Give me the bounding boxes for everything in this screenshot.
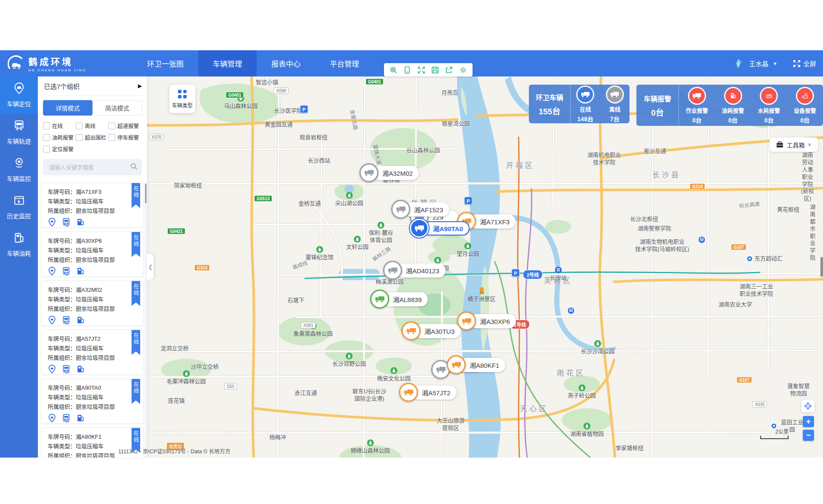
water-alarm-icon: [760, 87, 778, 105]
card-field: 车牌号码：湘A90TA0: [48, 383, 143, 393]
checkbox[interactable]: [43, 134, 50, 141]
zoom-in-button[interactable]: +: [803, 416, 814, 427]
toolbox-button[interactable]: 工具箱 ∨: [770, 137, 818, 152]
status-filters: 在线离线超速报警油耗报警超出围栏停车报警定位报警: [38, 119, 147, 156]
vehicle-card[interactable]: 车牌号码：湘A90TA0车辆类型：垃圾压缩车所属组织：厨余垃圾项目部在线: [41, 379, 144, 424]
panel-scrollbar[interactable]: [145, 183, 147, 458]
filter-超速报警[interactable]: 超速报警: [108, 120, 141, 131]
track-icon[interactable]: [62, 316, 71, 326]
sidebar-item-车辆监控[interactable]: 车辆监控: [0, 151, 38, 189]
vehicle-card[interactable]: 车牌号码：湘A71XF3车辆类型：垃圾压缩车所属组织：厨余垃圾项目部在线: [41, 183, 144, 228]
filter-停车报警[interactable]: 停车报警: [108, 131, 141, 143]
tab-简洁模式[interactable]: 简洁模式: [92, 100, 142, 116]
chevron-down-icon[interactable]: ▼: [773, 61, 777, 66]
alarm-设备报警: 设备报警0台: [787, 85, 823, 126]
sidebar-item-label: 车辆油耗: [7, 249, 31, 257]
track-icon[interactable]: [62, 218, 71, 228]
search-icon[interactable]: [130, 163, 138, 172]
track-icon[interactable]: [62, 267, 71, 277]
fuel-icon[interactable]: [76, 267, 85, 277]
checkbox[interactable]: [43, 122, 50, 129]
checkbox[interactable]: [43, 146, 50, 153]
status-badge: 在线: [132, 379, 140, 404]
checkbox[interactable]: [108, 122, 115, 129]
filter-label: 停车报警: [117, 133, 139, 141]
panel-scrollbar-thumb[interactable]: [145, 183, 147, 203]
settings-icon[interactable]: [459, 66, 467, 74]
filter-离线[interactable]: 离线: [76, 120, 108, 131]
card-field: 所属组织：厨余垃圾项目部: [48, 353, 143, 363]
vehicle-card[interactable]: 车牌号码：湘A57JT2车辆类型：垃圾压缩车所属组织：厨余垃圾项目部在线: [41, 330, 144, 375]
vehicle-marker-湘AL8839[interactable]: 湘AL8839: [370, 290, 428, 309]
sidebar-item-历史监控[interactable]: 历史监控: [0, 189, 38, 226]
vehicle-type-button[interactable]: 车辆类型: [169, 85, 195, 113]
card-field: 车牌号码：湘A71XF3: [48, 187, 143, 197]
vehicle-marker-湘A30XP6[interactable]: 湘A30XP6: [457, 312, 516, 330]
vehicle-marker-湘A57JT2[interactable]: 湘A57JT2: [399, 383, 457, 402]
page-scrollbar[interactable]: [820, 257, 823, 277]
nav-item-环卫一张图[interactable]: 环卫一张图: [132, 50, 198, 76]
locate-icon[interactable]: [48, 414, 56, 424]
nav-item-报表中心[interactable]: 报表中心: [257, 50, 315, 76]
fuel-icon[interactable]: [76, 414, 85, 424]
truck-alarm-icon: [688, 87, 706, 105]
vehicle-card[interactable]: 车牌号码：湘A30XP6车辆类型：垃圾压缩车所属组织：厨余垃圾项目部在线: [41, 232, 144, 277]
search-icon[interactable]: [390, 66, 397, 74]
fullscreen-button[interactable]: 全屏: [793, 59, 816, 68]
filter-定位报警[interactable]: 定位报警: [43, 143, 76, 155]
truck-icon: [410, 219, 429, 238]
map-toolbar: [384, 63, 473, 76]
filter-label: 离线: [85, 122, 95, 130]
vehicle-marker-湘A32M02[interactable]: 湘A32M02: [359, 163, 419, 182]
nav-item-平台管理[interactable]: 平台管理: [315, 50, 374, 76]
fuel-icon[interactable]: [76, 316, 85, 326]
checkbox[interactable]: [108, 134, 115, 141]
alarm-count: 0台: [651, 106, 664, 118]
search-input[interactable]: [48, 164, 127, 171]
alarm-水耗报警: 水耗报警0台: [751, 85, 787, 126]
locate-icon[interactable]: [48, 218, 56, 228]
track-icon[interactable]: [62, 365, 71, 375]
vehicle-marker-湘AF1523[interactable]: 湘AF1523: [391, 200, 449, 219]
fullscreen-icon[interactable]: [418, 66, 425, 74]
nav-item-车辆管理[interactable]: 车辆管理: [198, 50, 257, 76]
org-expand-icon[interactable]: ▶: [138, 83, 142, 89]
monitor-icon[interactable]: [403, 66, 411, 74]
card-field: 所属组织：厨余垃圾项目部: [48, 304, 143, 314]
locate-icon[interactable]: [48, 267, 56, 277]
filter-油耗报警[interactable]: 油耗报警: [43, 131, 76, 143]
online-truck-icon: [576, 86, 594, 104]
truck-icon: [402, 321, 421, 340]
filter-在线[interactable]: 在线: [43, 120, 76, 131]
sidebar-item-车辆轨迹[interactable]: 车辆轨迹: [0, 114, 38, 151]
filter-超出围栏[interactable]: 超出围栏: [76, 131, 108, 143]
vehicle-marker-湘A30TU3[interactable]: 湘A30TU3: [402, 321, 461, 340]
locate-icon[interactable]: [48, 316, 56, 326]
alarm-油耗报警: 油耗报警0台: [715, 85, 751, 126]
track-icon[interactable]: [62, 414, 71, 424]
card-field: 车牌号码：湘A32M02: [48, 285, 143, 295]
username[interactable]: 王水晶: [749, 59, 768, 68]
zoom-out-button[interactable]: −: [803, 430, 814, 441]
locate-button[interactable]: [802, 400, 814, 412]
fuel-icon[interactable]: [76, 365, 85, 375]
fuel-icon[interactable]: [76, 218, 85, 228]
card-field: 所属组织：厨余垃圾项目部: [48, 255, 143, 265]
vehicle-marker-湘A80KF1[interactable]: 湘A80KF1: [447, 355, 505, 374]
vehicle-marker-湘AD40123[interactable]: 湘AD40123: [383, 261, 445, 280]
vehicle-marker-湘A90TA0[interactable]: 湘A90TA0: [410, 219, 470, 238]
vehicle-card[interactable]: 车牌号码：湘A32M02车辆类型：垃圾压缩车所属组织：厨余垃圾项目部在线: [41, 281, 144, 326]
checkbox[interactable]: [76, 134, 83, 141]
tab-详情模式[interactable]: 详情模式: [43, 100, 92, 116]
panel-collapse-button[interactable]: ❮: [147, 254, 154, 280]
user-avatar[interactable]: [732, 57, 745, 70]
sidebar-item-车辆油耗[interactable]: 车辆油耗: [0, 226, 38, 263]
locate-icon[interactable]: [48, 365, 56, 375]
sidebar-item-车辆定位[interactable]: 车辆定位: [0, 76, 38, 114]
map-canvas[interactable]: 智造小镇乌山森林公园长沙医学院黄金园互通月亮岛银星湾公园观音岩枢纽谷山森林公园长…: [38, 76, 823, 458]
export-icon[interactable]: [445, 66, 453, 74]
card-field: 车牌号码：湘A57JT2: [48, 334, 143, 344]
checkbox[interactable]: [76, 122, 83, 129]
save-icon[interactable]: [431, 66, 439, 74]
plate-label: 湘AD40123: [396, 263, 445, 278]
